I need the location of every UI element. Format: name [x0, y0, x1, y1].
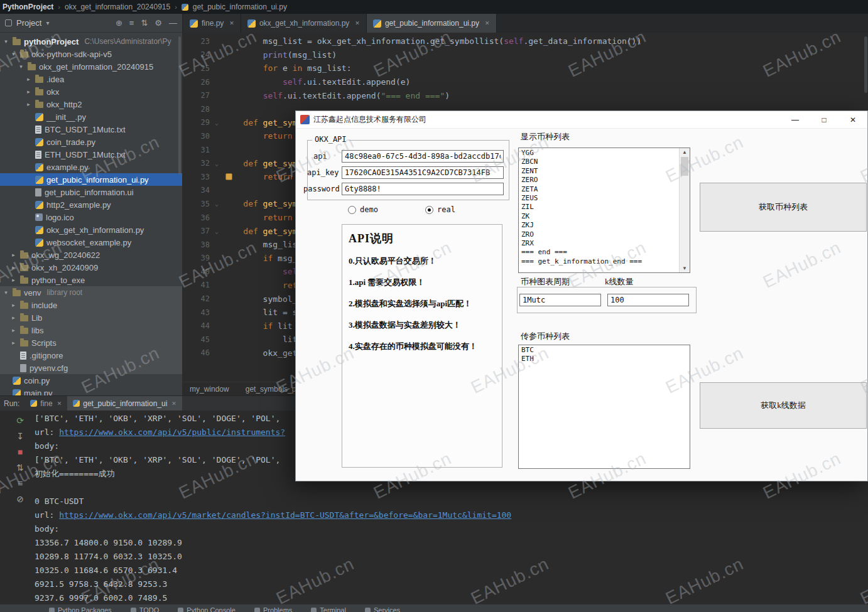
password-input[interactable] [342, 183, 504, 195]
breadcrumb-item[interactable]: okx_get_information_20240915 [65, 3, 170, 11]
period-input[interactable] [519, 294, 601, 306]
close-icon[interactable]: ✕ [229, 20, 234, 26]
listbox-item[interactable]: ZIL [521, 203, 678, 212]
editor-bottom-tab[interactable]: my_window [190, 385, 229, 394]
listbox-item[interactable]: ZENT [521, 167, 678, 176]
api-input[interactable] [342, 150, 504, 163]
console-link[interactable]: https://www.okx.com/api/v5/public/instru… [59, 427, 285, 437]
stop-icon[interactable]: ■ [18, 448, 23, 456]
intention-bulb-icon[interactable] [225, 173, 232, 180]
tree-item[interactable]: ▸Scripts [0, 336, 182, 349]
tree-item[interactable]: ▾pythonProject C:\Users\Administrator\Py [0, 35, 182, 48]
demo-radio[interactable]: demo [348, 205, 378, 214]
tree-item[interactable]: ▸Lib [0, 311, 182, 324]
close-button[interactable]: ✕ [838, 111, 867, 128]
listbox-item[interactable]: BTC [521, 346, 687, 355]
param-listbox[interactable]: BTCETH [518, 345, 690, 469]
close-icon[interactable]: ✕ [485, 20, 490, 26]
tree-item[interactable]: coin_trade.py [0, 136, 182, 148]
tree-item[interactable]: example.py [0, 161, 182, 173]
listbox-scrollbar[interactable]: ▲ ▼ [679, 148, 690, 272]
tree-item[interactable]: ETH_USDT_1Mutc.txt [0, 148, 182, 161]
maximize-button[interactable]: □ [810, 111, 838, 128]
tree-item[interactable]: logo.ico [0, 211, 182, 223]
tree-item[interactable]: ▸include [0, 299, 182, 311]
project-tree-scrollbar[interactable] [178, 36, 181, 174]
breadcrumb-item[interactable]: get_pubic_information_ui.py [193, 3, 287, 11]
tree-item[interactable]: ▾venv library root [0, 286, 182, 299]
listbox-item[interactable]: ZERO [521, 176, 678, 185]
tree-item[interactable]: websocket_example.py [0, 236, 182, 249]
listbox-item[interactable]: ZBCN [521, 158, 678, 166]
project-panel-title[interactable]: Project [16, 18, 41, 28]
expand-all-icon[interactable]: ≡ [129, 19, 134, 27]
listbox-item[interactable]: ZRO [521, 230, 678, 239]
api-key-input[interactable] [342, 166, 504, 179]
locate-file-icon[interactable]: ⊕ [116, 19, 122, 27]
project-tree[interactable]: ▾pythonProject C:\Users\Administrator\Py… [0, 33, 182, 395]
symbol-listbox[interactable]: YGGZBCNZENTZEROZETAZEUSZILZKZKJZROZRX===… [518, 148, 690, 273]
scrollbar-thumb[interactable] [681, 157, 688, 176]
run-tab[interactable]: fine✕ [24, 396, 67, 411]
console-link[interactable]: https://www.okx.com/api/v5/market/candle… [59, 510, 511, 520]
run-tab[interactable]: get_pubic_information_ui✕ [67, 396, 182, 411]
tree-item[interactable]: coin.py [0, 374, 182, 387]
tree-item[interactable]: BTC_USDT_1Mutc.txt [0, 123, 182, 136]
editor-bottom-tab[interactable]: get_symbols_p [246, 385, 296, 394]
close-icon[interactable]: ✕ [171, 400, 176, 407]
tree-item[interactable]: ▸okx_wg_20240622 [0, 249, 182, 261]
tree-item[interactable]: ▸python_to_exe [0, 274, 182, 286]
listbox-item[interactable]: YGG [521, 149, 678, 158]
tree-item[interactable]: get_pubic_information.ui [0, 186, 182, 198]
minimize-button[interactable]: — [781, 111, 810, 128]
breadcrumb-item[interactable]: PythonProject [3, 3, 53, 11]
kline-count-input[interactable] [607, 294, 689, 306]
tree-item[interactable]: ▸okx_xh_20240909 [0, 261, 182, 274]
collapse-all-icon[interactable]: ⇅ [141, 19, 148, 27]
soft-wrap-icon[interactable]: ≡ [18, 479, 23, 488]
tree-item[interactable]: pyvenv.cfg [0, 362, 182, 374]
scroll-to-end-icon[interactable]: ↧ [16, 432, 24, 441]
listbox-item[interactable]: ZETA [521, 185, 678, 194]
tree-item[interactable]: .gitignore [0, 349, 182, 362]
listbox-item[interactable]: ZK [521, 212, 678, 221]
listbox-item[interactable]: === get_k_information_end === [521, 257, 678, 266]
tree-item[interactable]: ▸okx [0, 85, 182, 98]
tree-item[interactable]: http2_example.py [0, 198, 182, 211]
tree-item[interactable]: __init__.py [0, 110, 182, 123]
close-icon[interactable]: ✕ [355, 20, 360, 26]
tree-item[interactable]: ▾okx_get_information_20240915 [0, 60, 182, 73]
tree-item[interactable]: ▸okx_http2 [0, 98, 182, 110]
statusbar-item[interactable]: Python Packages [49, 606, 112, 612]
clear-console-icon[interactable]: ⊘ [16, 495, 24, 503]
tree-item[interactable]: get_pubic_information_ui.py [0, 173, 182, 186]
editor-tab[interactable]: fine.py✕ [183, 14, 241, 33]
dialog-titlebar[interactable]: 江苏鑫起点信息技术服务有限公司 — □ ✕ [296, 111, 867, 129]
hide-panel-icon[interactable]: — [169, 19, 177, 27]
editor-tab[interactable]: get_pubic_information_ui.py✕ [367, 14, 497, 33]
listbox-item[interactable]: ZKJ [521, 221, 678, 230]
tree-item[interactable]: ▸.idea [0, 73, 182, 85]
tree-item[interactable]: okx_get_xh_information.py [0, 223, 182, 236]
real-radio[interactable]: real [425, 205, 455, 214]
listbox-item[interactable]: ZEUS [521, 194, 678, 203]
tree-item[interactable]: ▾okx-python-sdk-api-v5 [0, 48, 182, 60]
listbox-item[interactable]: ZRX [521, 239, 678, 248]
editor-scrollbar[interactable] [864, 36, 867, 93]
statusbar-item[interactable]: Terminal [311, 606, 346, 612]
tree-item[interactable]: ▸libs [0, 324, 182, 336]
statusbar-item[interactable]: Python Console [178, 606, 236, 612]
listbox-item[interactable]: ETH [521, 355, 687, 363]
rerun-icon[interactable]: ⟳ [16, 416, 24, 425]
statusbar-item[interactable]: Services [365, 606, 400, 612]
chevron-down-icon[interactable]: ▾ [46, 19, 49, 26]
scroll-up-icon[interactable]: ▲ [680, 149, 690, 155]
tree-item[interactable]: main.py [0, 387, 182, 395]
close-icon[interactable]: ✕ [57, 400, 62, 407]
settings-icon[interactable]: ⚙ [155, 19, 162, 27]
get-symbol-list-button[interactable]: 获取币种列表 [700, 183, 867, 232]
get-kline-data-button[interactable]: 获取k线数据 [700, 382, 867, 429]
statusbar-item[interactable]: TODO [131, 606, 160, 612]
listbox-item[interactable]: === end === [521, 248, 678, 257]
editor-tab[interactable]: okx_get_xh_information.py✕ [241, 14, 367, 33]
